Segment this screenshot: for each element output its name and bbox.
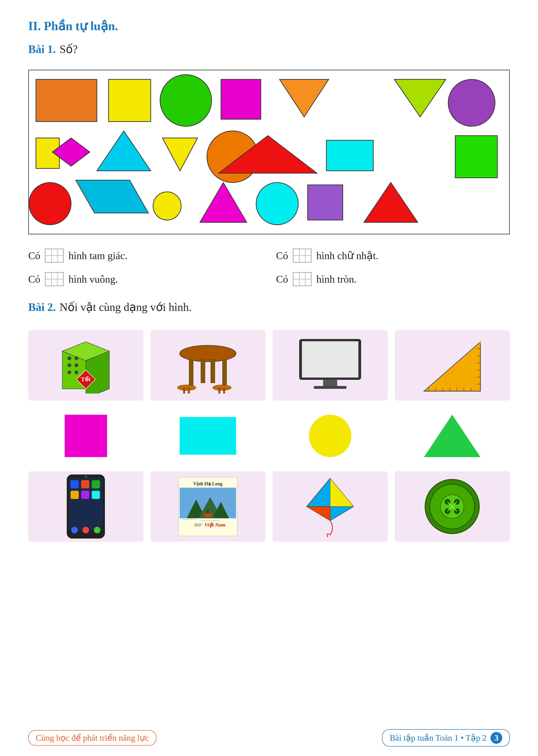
svg-marker-4 xyxy=(280,79,329,117)
svg-point-17 xyxy=(153,192,181,220)
svg-rect-47 xyxy=(314,386,347,389)
svg-rect-65 xyxy=(65,415,107,457)
object-table-card xyxy=(150,330,266,401)
answer2-suffix: hình chữ nhật. xyxy=(316,249,378,262)
svg-rect-36 xyxy=(201,359,205,383)
object-monitor-card xyxy=(273,330,388,401)
section-title: II. Phần tự luận. xyxy=(28,19,510,33)
shape-square-magenta xyxy=(28,410,143,462)
answer3-box[interactable] xyxy=(45,272,64,286)
answer1-suffix: hình tam giác. xyxy=(69,250,128,262)
svg-point-2 xyxy=(160,75,212,126)
svg-rect-13 xyxy=(326,140,373,171)
svg-text:Vịnh Hạ Long: Vịnh Hạ Long xyxy=(193,481,223,486)
svg-marker-48 xyxy=(424,342,480,391)
exercise2-label: Bài 2. xyxy=(28,300,56,314)
svg-rect-75 xyxy=(81,491,89,499)
svg-marker-10 xyxy=(162,138,197,171)
svg-marker-9 xyxy=(97,131,151,171)
svg-marker-68 xyxy=(424,415,480,457)
svg-point-67 xyxy=(309,415,351,457)
object-phone-card xyxy=(28,471,143,542)
svg-point-25 xyxy=(68,356,71,360)
svg-point-38 xyxy=(177,385,196,391)
svg-point-28 xyxy=(75,356,78,360)
svg-point-26 xyxy=(68,363,71,367)
svg-marker-18 xyxy=(200,182,247,222)
svg-rect-66 xyxy=(180,417,236,455)
shapes-area xyxy=(28,70,510,234)
svg-point-6 xyxy=(448,79,495,126)
answer4-prefix: Có xyxy=(276,273,288,285)
object-ruler-card xyxy=(395,330,510,401)
svg-rect-88 xyxy=(207,509,208,514)
answer4-box[interactable] xyxy=(293,272,311,286)
svg-rect-64 xyxy=(479,342,481,344)
svg-point-80 xyxy=(84,475,87,478)
shapes-row xyxy=(28,410,510,462)
svg-text:Tết: Tết xyxy=(81,376,91,383)
svg-point-29 xyxy=(75,363,78,367)
footer: Cùng học để phát triển năng lực Bài tập … xyxy=(28,729,510,747)
svg-text:Việt Nam: Việt Nam xyxy=(205,522,226,528)
shape-triangle-green xyxy=(395,410,510,462)
object-button-card xyxy=(395,471,510,542)
svg-rect-43 xyxy=(223,388,225,394)
answer4-suffix: hình tròn. xyxy=(316,273,356,285)
svg-rect-20 xyxy=(307,185,343,220)
svg-point-33 xyxy=(180,345,236,362)
svg-rect-45 xyxy=(302,341,358,378)
shape-rect-cyan xyxy=(150,410,266,462)
svg-rect-40 xyxy=(188,388,190,394)
svg-rect-73 xyxy=(92,480,100,488)
svg-rect-37 xyxy=(211,359,215,383)
svg-marker-97 xyxy=(307,507,330,521)
object-postcard-card: Vịnh Hạ Long 800° Việt Nam xyxy=(150,471,266,542)
svg-rect-14 xyxy=(455,136,497,178)
svg-marker-87 xyxy=(203,514,213,517)
footer-right: Bài tập tuần Toán 1 • Tập 2 3 xyxy=(382,729,510,747)
exercise1-label: Bài 1. xyxy=(28,42,56,56)
svg-rect-35 xyxy=(222,359,227,388)
svg-point-78 xyxy=(82,527,89,533)
svg-marker-5 xyxy=(394,79,446,117)
svg-rect-3 xyxy=(221,79,261,119)
svg-marker-96 xyxy=(330,478,354,507)
footer-left: Cùng học để phát triển năng lực xyxy=(28,730,156,746)
svg-text:800°: 800° xyxy=(194,523,202,528)
shape-circle-yellow xyxy=(273,410,388,462)
answer1-prefix: Có xyxy=(28,250,40,262)
answer3-prefix: Có xyxy=(28,273,40,285)
answer2-prefix: Có xyxy=(276,250,288,262)
exercise2-question: Nối vật cùng dạng với hình. xyxy=(60,300,191,314)
svg-marker-21 xyxy=(364,182,418,222)
svg-rect-71 xyxy=(71,480,79,488)
svg-rect-74 xyxy=(71,491,79,499)
answer2-box[interactable] xyxy=(293,249,311,263)
objects-row: Tết xyxy=(28,330,510,401)
svg-point-79 xyxy=(94,527,100,533)
svg-rect-0 xyxy=(36,79,97,121)
svg-rect-34 xyxy=(189,359,193,388)
answer-section: Có hình tam giác. Có hình chữ nhật. Có h… xyxy=(28,249,510,286)
svg-rect-46 xyxy=(323,379,337,387)
svg-point-41 xyxy=(213,385,231,391)
exercise2-section: Bài 2. Nối vật cùng dạng với hình. Tết xyxy=(28,300,510,542)
svg-rect-42 xyxy=(218,388,220,394)
svg-rect-72 xyxy=(81,480,89,488)
answer1-box[interactable] xyxy=(45,249,64,263)
objects-row2: Vịnh Hạ Long 800° Việt Nam xyxy=(28,471,510,542)
svg-rect-1 xyxy=(109,79,151,121)
object-kite-card xyxy=(273,471,388,542)
svg-marker-16 xyxy=(76,180,148,213)
svg-rect-39 xyxy=(183,388,185,394)
object-tet-card: Tết xyxy=(28,330,143,401)
svg-point-27 xyxy=(68,370,71,374)
svg-rect-76 xyxy=(92,491,100,499)
svg-point-15 xyxy=(29,182,71,224)
svg-point-30 xyxy=(75,370,78,374)
answer3-suffix: hình vuông. xyxy=(69,273,118,285)
svg-point-77 xyxy=(71,527,78,533)
exercise1-question: Số? xyxy=(60,42,78,56)
svg-point-19 xyxy=(256,182,298,224)
